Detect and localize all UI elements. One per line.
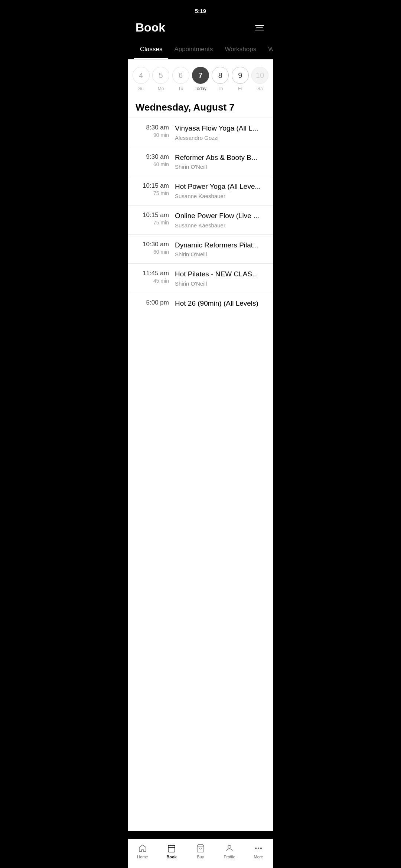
tab-classes[interactable]: Classes: [134, 40, 168, 59]
class-name-5: Dynamic Reformers Pilat...: [175, 241, 265, 250]
filter-button[interactable]: [254, 24, 265, 32]
class-instructor-3: Susanne Kaesbauer: [175, 193, 265, 199]
class-name-1: Vinyasa Flow Yoga (All L...: [175, 124, 265, 133]
class-name-4: Online Power Flow (Live ...: [175, 211, 265, 221]
class-duration-3: 75 min: [136, 190, 169, 196]
class-item-1[interactable]: 8:30 am 90 min Vinyasa Flow Yoga (All L.…: [128, 118, 273, 147]
class-instructor-5: Shirin O'Neill: [175, 251, 265, 257]
tab-appointments[interactable]: Appointments: [168, 40, 219, 59]
class-time-main-5: 10:30 am: [136, 241, 169, 248]
date-label-8: Th: [218, 86, 223, 91]
date-label-4: Su: [138, 86, 144, 91]
date-number-9: 9: [232, 67, 249, 84]
class-instructor-1: Alessandro Gozzi: [175, 135, 265, 141]
class-info-2: Reformer Abs & Booty B... Shirin O'Neill: [175, 153, 265, 170]
date-label-7: Today: [195, 86, 206, 91]
date-item-10[interactable]: 10 Sa: [251, 67, 268, 91]
class-instructor-4: Susanne Kaesbauer: [175, 222, 265, 228]
class-duration-2: 60 min: [136, 161, 169, 167]
class-info-7: Hot 26 (90min) (All Levels): [175, 299, 265, 310]
page-title: Book: [136, 21, 165, 34]
class-item-7[interactable]: 5:00 pm Hot 26 (90min) (All Levels): [128, 293, 273, 316]
date-item-5[interactable]: 5 Mo: [152, 67, 169, 91]
classes-list: 8:30 am 90 min Vinyasa Flow Yoga (All L.…: [128, 118, 273, 316]
class-duration-5: 60 min: [136, 249, 169, 255]
class-duration-6: 45 min: [136, 278, 169, 284]
section-date: Wednesday, August 7: [136, 102, 235, 113]
status-bar: 5:19: [128, 0, 273, 16]
date-label-9: Fr: [238, 86, 242, 91]
tab-workshops2[interactable]: Worksh...: [262, 40, 273, 59]
class-name-2: Reformer Abs & Booty B...: [175, 153, 265, 162]
date-number-8: 8: [212, 67, 229, 84]
class-item-3[interactable]: 10:15 am 75 min Hot Power Yoga (All Leve…: [128, 176, 273, 205]
class-info-6: Hot Pilates - NEW CLAS... Shirin O'Neill: [175, 270, 265, 287]
date-item-9[interactable]: 9 Fr: [232, 67, 249, 91]
class-time-main-2: 9:30 am: [136, 153, 169, 161]
date-number-6: 6: [172, 67, 189, 84]
date-item-4[interactable]: 4 Su: [133, 67, 150, 91]
date-number-7: 7: [192, 67, 209, 84]
filter-icon-line3: [255, 30, 264, 30]
filter-icon: [255, 25, 264, 26]
class-time-main-6: 11:45 am: [136, 270, 169, 277]
class-instructor-2: Shirin O'Neill: [175, 164, 265, 170]
date-number-4: 4: [133, 67, 150, 84]
class-time-6: 11:45 am 45 min: [136, 270, 169, 284]
section-header: Wednesday, August 7: [128, 96, 273, 118]
class-info-5: Dynamic Reformers Pilat... Shirin O'Neil…: [175, 241, 265, 258]
class-item-2[interactable]: 9:30 am 60 min Reformer Abs & Booty B...…: [128, 147, 273, 176]
class-info-4: Online Power Flow (Live ... Susanne Kaes…: [175, 211, 265, 228]
date-item-6[interactable]: 6 Tu: [172, 67, 189, 91]
class-time-main-4: 10:15 am: [136, 211, 169, 219]
date-number-5: 5: [152, 67, 169, 84]
class-time-2: 9:30 am 60 min: [136, 153, 169, 167]
class-time-5: 10:30 am 60 min: [136, 241, 169, 255]
class-name-6: Hot Pilates - NEW CLAS...: [175, 270, 265, 279]
date-label-6: Tu: [178, 86, 183, 91]
class-time-main-1: 8:30 am: [136, 124, 169, 131]
class-item-4[interactable]: 10:15 am 75 min Online Power Flow (Live …: [128, 205, 273, 234]
date-picker: 4 Su 5 Mo 6 Tu 7 Today 8 Th 9 Fr 10 Sa: [128, 59, 273, 96]
date-label-10: Sa: [257, 86, 263, 91]
date-label-5: Mo: [158, 86, 164, 91]
class-time-main-7: 5:00 pm: [136, 299, 169, 306]
class-time-4: 10:15 am 75 min: [136, 211, 169, 226]
content-area: 4 Su 5 Mo 6 Tu 7 Today 8 Th 9 Fr 10 Sa W…: [128, 59, 273, 831]
status-time: 5:19: [195, 8, 206, 14]
class-info-1: Vinyasa Flow Yoga (All L... Alessandro G…: [175, 124, 265, 141]
date-item-7[interactable]: 7 Today: [192, 67, 209, 91]
class-duration-1: 90 min: [136, 132, 169, 138]
class-name-3: Hot Power Yoga (All Leve...: [175, 182, 265, 191]
date-number-10: 10: [251, 67, 268, 84]
tabs: Classes Appointments Workshops Worksh...: [128, 40, 273, 59]
class-time-main-3: 10:15 am: [136, 182, 169, 190]
class-time-3: 10:15 am 75 min: [136, 182, 169, 196]
date-item-8[interactable]: 8 Th: [212, 67, 229, 91]
class-info-3: Hot Power Yoga (All Leve... Susanne Kaes…: [175, 182, 265, 199]
class-time-1: 8:30 am 90 min: [136, 124, 169, 138]
class-instructor-6: Shirin O'Neill: [175, 280, 265, 287]
class-item-5[interactable]: 10:30 am 60 min Dynamic Reformers Pilat.…: [128, 234, 273, 264]
class-time-7: 5:00 pm: [136, 299, 169, 307]
filter-icon-line2: [256, 27, 263, 28]
tabs-container: Classes Appointments Workshops Worksh...: [128, 40, 273, 59]
class-duration-4: 75 min: [136, 220, 169, 226]
class-name-7: Hot 26 (90min) (All Levels): [175, 299, 265, 308]
class-item-6[interactable]: 11:45 am 45 min Hot Pilates - NEW CLAS..…: [128, 263, 273, 293]
header: Book: [128, 16, 273, 40]
tab-workshops[interactable]: Workshops: [219, 40, 262, 59]
